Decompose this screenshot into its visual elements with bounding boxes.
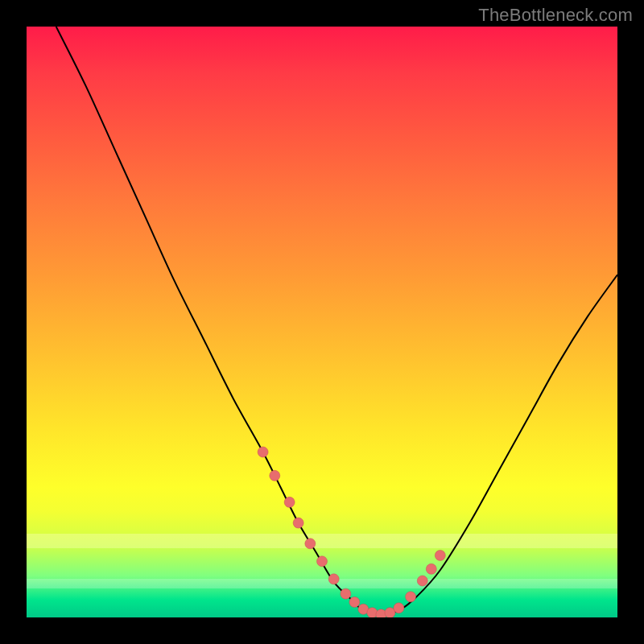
near-zero-dot (394, 603, 404, 613)
chart-frame: TheBottleneck.com (0, 0, 644, 644)
near-zero-dot (328, 574, 339, 584)
near-zero-dot (406, 592, 416, 602)
near-zero-dot (258, 447, 268, 457)
near-zero-dot (426, 564, 436, 574)
near-zero-dot (284, 497, 295, 507)
near-zero-dot (435, 550, 445, 560)
bottleneck-curve-svg (27, 27, 617, 617)
bottleneck-curve-line (56, 27, 617, 614)
near-zero-dot-group (258, 447, 445, 617)
near-zero-dot (270, 470, 280, 481)
near-zero-dot (417, 576, 427, 586)
near-zero-dot (317, 556, 328, 567)
near-zero-dot (349, 597, 360, 607)
near-zero-dot (341, 588, 351, 599)
near-zero-dot (293, 518, 303, 528)
watermark-text: TheBottleneck.com (478, 5, 633, 26)
near-zero-dot (305, 539, 316, 549)
